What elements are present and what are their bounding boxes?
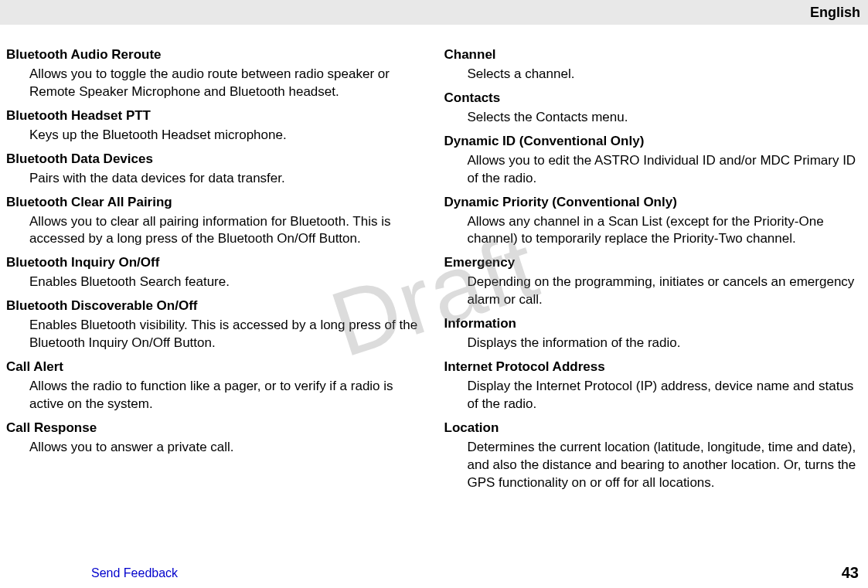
definition-entry: Channel Selects a channel. — [444, 46, 859, 83]
definition-description: Allows you to answer a private call. — [6, 437, 421, 457]
definition-entry: Bluetooth Audio Reroute Allows you to to… — [6, 46, 421, 101]
definition-entry: Call Alert Allows the radio to function … — [6, 359, 421, 413]
definition-entry: Call Response Allows you to answer a pri… — [6, 420, 421, 457]
definition-entry: Bluetooth Clear All Pairing Allows you t… — [6, 194, 421, 249]
definition-term: Bluetooth Clear All Pairing — [6, 194, 421, 212]
definition-term: Emergency — [444, 254, 859, 272]
definition-term: Contacts — [444, 90, 859, 107]
definition-description: Allows you to toggle the audio route bet… — [6, 64, 421, 101]
definition-term: Call Response — [6, 420, 421, 437]
definition-entry: Dynamic ID (Conventional Only) Allows yo… — [444, 133, 859, 188]
page-number: 43 — [842, 564, 859, 582]
definition-description: Display the Internet Protocol (IP) addre… — [444, 376, 859, 413]
definition-entry: Emergency Depending on the programming, … — [444, 254, 859, 309]
page-footer: Send Feedback 43 — [0, 564, 868, 582]
definition-entry: Bluetooth Headset PTT Keys up the Blueto… — [6, 107, 421, 144]
definition-entry: Location Determines the current location… — [444, 420, 859, 492]
definition-term: Internet Protocol Address — [444, 359, 859, 376]
definition-description: Allows the radio to function like a page… — [6, 376, 421, 413]
right-column: Channel Selects a channel. Contacts Sele… — [444, 46, 859, 498]
definition-entry: Internet Protocol Address Display the In… — [444, 359, 859, 413]
header-bar: English — [0, 0, 868, 25]
definition-entry: Bluetooth Discoverable On/Off Enables Bl… — [6, 297, 421, 352]
page-content: Bluetooth Audio Reroute Allows you to to… — [0, 25, 868, 498]
definition-description: Selects a channel. — [444, 64, 859, 83]
definition-term: Location — [444, 420, 859, 437]
left-column: Bluetooth Audio Reroute Allows you to to… — [6, 46, 421, 498]
definition-term: Bluetooth Inquiry On/Off — [6, 254, 421, 272]
definition-description: Allows you to clear all pairing informat… — [6, 212, 421, 249]
definition-term: Bluetooth Audio Reroute — [6, 46, 421, 64]
language-label: English — [810, 5, 860, 21]
definition-entry: Information Displays the information of … — [444, 315, 859, 352]
definition-term: Channel — [444, 46, 859, 64]
definition-description: Selects the Contacts menu. — [444, 107, 859, 127]
definition-description: Displays the information of the radio. — [444, 333, 859, 352]
definition-entry: Dynamic Priority (Conventional Only) All… — [444, 194, 859, 249]
definition-description: Enables Bluetooth visibility. This is ac… — [6, 315, 421, 352]
definition-term: Call Alert — [6, 359, 421, 376]
definition-term: Bluetooth Headset PTT — [6, 107, 421, 125]
definition-entry: Bluetooth Inquiry On/Off Enables Bluetoo… — [6, 254, 421, 291]
definition-description: Allows any channel in a Scan List (excep… — [444, 212, 859, 249]
definition-description: Depending on the programming, initiates … — [444, 272, 859, 309]
definition-term: Dynamic ID (Conventional Only) — [444, 133, 859, 151]
definition-description: Keys up the Bluetooth Headset microphone… — [6, 125, 421, 144]
definition-term: Dynamic Priority (Conventional Only) — [444, 194, 859, 212]
definition-term: Information — [444, 315, 859, 333]
definition-description: Determines the current location (latitud… — [444, 437, 859, 492]
definition-entry: Contacts Selects the Contacts menu. — [444, 90, 859, 127]
definition-term: Bluetooth Discoverable On/Off — [6, 297, 421, 315]
definition-description: Pairs with the data devices for data tra… — [6, 168, 421, 188]
definition-entry: Bluetooth Data Devices Pairs with the da… — [6, 151, 421, 188]
definition-term: Bluetooth Data Devices — [6, 151, 421, 168]
send-feedback-link[interactable]: Send Feedback — [91, 566, 178, 580]
definition-description: Enables Bluetooth Search feature. — [6, 272, 421, 291]
definition-description: Allows you to edit the ASTRO Individual … — [444, 151, 859, 188]
